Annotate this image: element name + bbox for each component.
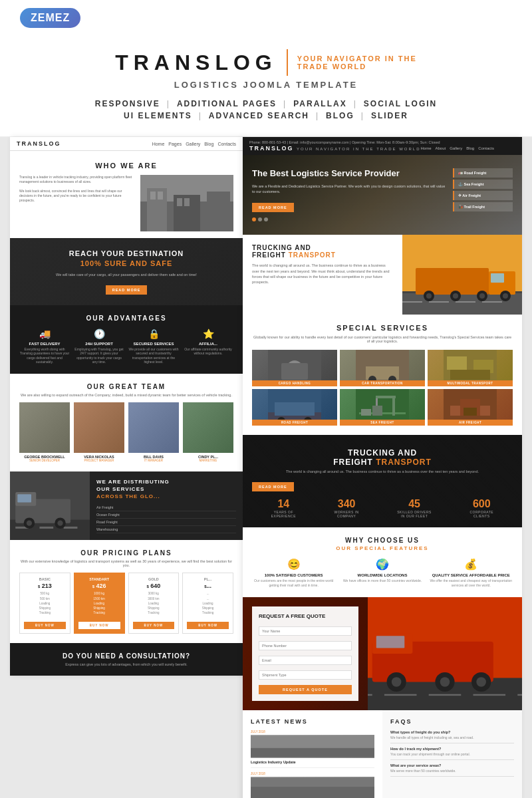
zemez-logo[interactable]: ZEMEZ [20,8,80,28]
adv-fast-delivery: 🚚 Fast Delivery Everything worth doing w… [19,329,70,364]
team-role-2: Project Manager [74,459,124,462]
stat-drivers-label: Skilled Driversin Our Fleet [397,510,432,518]
right-quote-section: Request a Free Quote REQUEST A QUOTE [243,597,522,710]
stats-text: The world is changing all around us. The… [252,469,513,473]
preview-wrapper: TRANSLOG Home Pages Gallery Blog Contact… [0,137,532,798]
service-sea[interactable]: ⚓ Sea Freight [453,180,513,189]
who-content: Translog is a leader in vehicle tracking… [19,175,233,231]
svg-rect-85 [251,787,374,798]
service-card-6[interactable]: AIR FREIGHT [428,389,513,426]
service-card-5[interactable]: SEA FREIGHT [340,389,425,426]
adv-support-title: 24h Support [74,342,124,346]
stat-workers-label: Workers inCompany [334,510,358,518]
service-card-1[interactable]: CARGO HANDLING [252,350,337,386]
services-title: SPECIAL SERVICES [252,324,513,332]
svg-rect-70 [376,636,405,648]
service-card-2[interactable]: CAR TRANSPORTATION [340,350,425,386]
feature-search: ADVANCED SEARCH [209,111,309,120]
service-label-3: MULTIMODAL TRANSPORT [428,380,513,386]
service-card-4[interactable]: ROAD FREIGHT [252,389,337,426]
svg-rect-60 [361,409,371,416]
quality-icon: 💰 [430,558,513,571]
quote-name-input[interactable] [259,626,352,636]
pricing-pl-btn[interactable]: BUY NOW [187,622,229,629]
team-photo-3 [128,402,179,453]
dot-2[interactable] [264,217,268,221]
svg-rect-41 [281,363,308,380]
quote-email-input[interactable] [259,656,352,665]
pricing-standart-features: 1000 kg1500 kmLoadingShippingTracking [78,591,120,615]
team-member-4: CINDY PL... Marketing [183,402,233,462]
right-why-section: WHY CHOOSE US OUR SPECIAL FEATURES 😊 100… [243,527,522,597]
quote-form-title: Request a Free Quote [259,613,352,619]
right-nav-home[interactable]: Home [420,146,431,150]
right-nav-contacts[interactable]: Contacts [478,146,494,150]
header-title-row: TRANSLOG YOUR NAVIGATOR IN THE TRADE WOR… [20,49,512,76]
feature-additional: ADDITIONAL PAGES [177,99,277,108]
tagline: LOGISTICS JOOMLA TEMPLATE [20,80,512,90]
pricing-gold-btn[interactable]: BUY NOW [133,622,175,629]
right-nav-about[interactable]: About [435,146,446,150]
faq-q-3: What are your service areas? [390,763,514,767]
left-nav-contacts[interactable]: Contacts [217,142,236,146]
svg-rect-77 [368,694,372,696]
left-nav-blog[interactable]: Blog [204,142,213,146]
service-trail[interactable]: 🚂 Trail Freight [453,202,513,211]
pricing-basic-btn[interactable]: BUY NOW [24,622,66,629]
dot-active[interactable] [252,217,256,221]
left-nav-gallery[interactable]: Gallery [186,142,200,146]
left-who-section: WHO WE ARE Translog is a leader in vehic… [10,151,243,238]
services-text: Globally known for our ability to handle… [252,335,513,343]
pricing-basic: BASIC $ 213 500 kg500 kmLoadingShippingT… [19,573,70,634]
reach-title: REACH YOUR DESTINATION 100% SURE AND SAF… [19,249,233,269]
distrib-image [10,471,90,541]
quote-submit-btn[interactable]: REQUEST A QUOTE [259,685,352,694]
left-distrib-section: WE ARE DISTRIBUTINGOUR SERVICES ACROSS T… [10,471,243,541]
left-advantages-section: OUR ADVANTAGES 🚚 Fast Delivery Everythin… [10,305,243,374]
svg-rect-25 [429,301,449,303]
dot-1[interactable] [258,217,262,221]
service-label-2: CAR TRANSPORTATION [340,380,425,386]
pricing-pl-features: ......LoadingShippingTracking [187,591,229,615]
svg-rect-2 [147,188,167,231]
reach-btn[interactable]: READ MORE [106,285,148,295]
consult-text: Express can give you lots of advantages,… [19,662,233,666]
svg-point-36 [479,293,485,299]
service-card-3[interactable]: MULTIMODAL TRANSPORT [428,350,513,386]
service-air[interactable]: ✈ Air Freight [453,191,513,200]
quote-shipment-input[interactable] [259,670,352,680]
left-reach-section: REACH YOUR DESTINATION 100% SURE AND SAF… [10,238,243,305]
hero-text-body: We are a Flexible and Dedicated Logistic… [252,184,446,195]
left-consult-section: DO YOU NEED A CONSULTATION? Express can … [10,643,243,676]
left-nav-pages[interactable]: Pages [168,142,182,146]
sep4: | [199,111,202,120]
sep2: | [283,99,287,108]
sep6: | [361,111,364,120]
hero-btn[interactable]: READ MORE [252,203,294,212]
right-nav-brand: TRANSLOG YOUR NAVIGATOR IN THE TRADE WOR… [249,145,420,152]
preview-area: TRANSLOG Home Pages Gallery Blog Contact… [7,137,525,798]
faqs-section: FAQS What types of freight do you ship? … [382,710,522,798]
why-grid: 😊 100% SATISFIED CUSTOMERS Our customers… [252,558,513,588]
distrib-title: WE ARE DISTRIBUTINGOUR SERVICES ACROSS T… [96,478,236,501]
right-nav: Phone: 800-801-53-43 | Email: info@yourc… [243,137,522,155]
feature-parallax: PARALLAX [293,99,346,108]
right-nav-gallery[interactable]: Gallery [450,146,462,150]
pricing-text: With our extensive knowledge of logistic… [19,559,233,567]
pricing-gold-features: 3000 kg3000 kmLoadingShippingTracking [133,591,175,615]
team-member-1: GEORGE BROCKWELL Senior Developer [19,402,70,462]
stats-btn[interactable]: READ MORE [252,482,294,491]
svg-rect-20 [17,494,31,502]
right-bottom-section: LATEST NEWS JULY 2018 Logistics Industry… [243,710,522,798]
adv-secured: 🔒 Secured Services We provide all our cu… [128,329,179,364]
left-nav-home[interactable]: Home [152,142,165,146]
pricing-standart-btn[interactable]: BUY NOW [78,622,120,629]
svg-rect-65 [464,408,477,416]
adv-fast-title: Fast Delivery [19,342,70,346]
quote-phone-input[interactable] [259,641,352,650]
left-team-section: OUR GREAT TEAM We are also willing to ex… [10,374,243,471]
service-road[interactable]: 🚛 Road Freight [453,168,513,178]
right-nav-blog[interactable]: Blog [466,146,474,150]
svg-rect-49 [450,370,490,380]
news-title-1: Logistics Industry Update [251,760,374,764]
